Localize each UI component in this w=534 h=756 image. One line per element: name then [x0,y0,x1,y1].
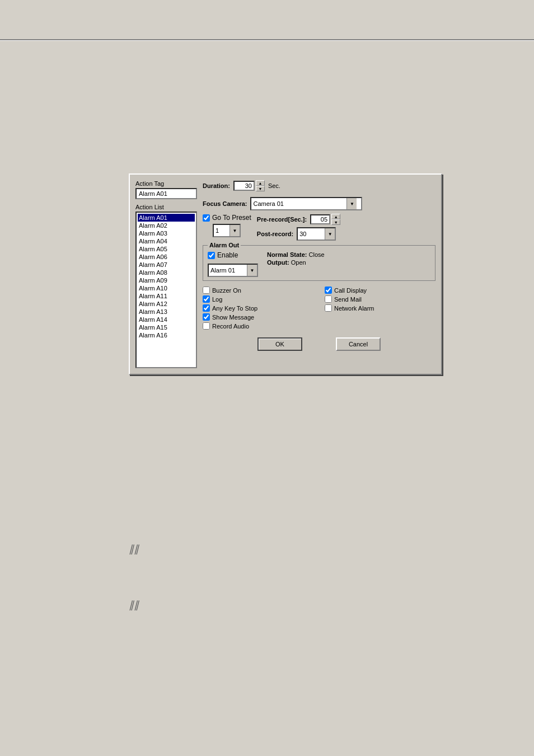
alarm-action-dialog: Action Tag Alarm A01 Action List Alarm A… [129,173,442,375]
option-checkbox[interactable] [203,322,210,330]
duration-row: Duration: ▲ ▼ Sec. [203,180,435,191]
normal-state-label: Normal State: [267,251,307,258]
duration-down-button[interactable]: ▼ [256,186,265,191]
preset-number-dropdown[interactable]: 1 ▼ [213,224,241,237]
alarm-list-item[interactable]: Alarm A05 [138,245,195,253]
go-to-preset-checkbox[interactable] [203,214,210,222]
alarm-list-item[interactable]: Alarm A08 [138,269,195,276]
option-checkbox[interactable] [203,287,210,294]
preset-row: Go To Preset 1 ▼ Pre-record[Sec.]: [203,214,435,241]
bottom-buttons: OK Cancel [203,337,435,351]
option-label: Call Display [334,287,367,294]
alarm-list-item[interactable]: Alarm A07 [138,261,195,269]
alarm-list-item[interactable]: Alarm A09 [138,276,195,284]
option-row: Any Key To Stop [203,304,313,312]
top-rule [0,39,534,41]
alarm-list-item[interactable]: Alarm A03 [138,229,195,237]
option-checkbox[interactable] [203,304,210,312]
alarm-list-item[interactable]: Alarm A04 [138,237,195,245]
alarm-out-right: Normal State: Close Output: Open [267,251,325,266]
duration-spin: ▲ ▼ [233,180,265,191]
option-label: Any Key To Stop [212,305,257,312]
normal-state-row: Normal State: Close [267,251,325,258]
option-checkbox[interactable] [203,313,210,321]
output-label: Output: [267,259,289,266]
sec-label: Sec. [268,182,280,189]
right-panel: Duration: ▲ ▼ Sec. Focus Camera: Camera … [203,180,435,368]
alarm01-select[interactable]: Alarm 01 [209,266,247,274]
focus-camera-label: Focus Camera: [203,200,247,207]
enable-row: Enable [208,251,258,259]
option-row: Network Alarm [325,304,435,312]
alarm-list-item[interactable]: Alarm A10 [138,284,195,292]
options-grid: Buzzer OnCall DisplayLogSend MailAny Key… [203,287,435,330]
alarm01-dropdown[interactable]: Alarm 01 ▼ [208,264,258,277]
duration-up-button[interactable]: ▲ [256,180,265,186]
action-tag-label: Action Tag [135,180,197,187]
option-empty [325,322,435,330]
alarm-out-left: Enable Alarm 01 ▼ [208,251,258,277]
post-record-label: Post-record: [257,231,293,237]
focus-camera-dropdown[interactable]: Camera 01 ▼ [250,197,362,210]
alarm-out-inner: Enable Alarm 01 ▼ Normal State: Close [208,251,430,277]
deco-mark-2: ∥∥ [129,599,139,611]
alarm-list-item[interactable]: Alarm A06 [138,253,195,261]
duration-spin-buttons: ▲ ▼ [256,180,265,191]
prerecord-spin-buttons: ▲ ▼ [331,214,340,225]
alarm-list-item[interactable]: Alarm A15 [138,323,195,331]
normal-state-value: Close [309,251,325,258]
alarm-list-item[interactable]: Alarm A12 [138,300,195,308]
option-checkbox[interactable] [325,295,332,303]
postrecord-select[interactable]: 30 [298,230,325,238]
option-row: Log [203,295,313,303]
focus-camera-arrow[interactable]: ▼ [346,198,357,209]
option-label: Buzzer On [212,287,241,294]
alarm-list[interactable]: Alarm A01Alarm A02Alarm A03Alarm A04Alar… [135,212,197,368]
option-label: Send Mail [334,296,362,303]
prerecord-down-button[interactable]: ▼ [331,219,340,225]
alarm-list-item[interactable]: Alarm A16 [138,331,195,339]
preset-number-select[interactable]: 1 [214,227,229,234]
option-row: Call Display [325,287,435,294]
option-label: Record Audio [212,323,249,330]
alarm-list-item[interactable]: Alarm A02 [138,222,195,229]
ok-button[interactable]: OK [257,337,302,351]
enable-label: Enable [217,251,238,259]
focus-camera-select[interactable]: Camera 01 [251,200,346,208]
action-list-label: Action List [135,204,197,210]
option-checkbox[interactable] [325,287,332,294]
focus-camera-row: Focus Camera: Camera 01 ▼ [203,197,435,210]
option-checkbox[interactable] [325,304,332,312]
option-row: Buzzer On [203,287,313,294]
alarm-out-legend: Alarm Out [208,242,241,248]
alarm-list-item[interactable]: Alarm A11 [138,292,195,300]
preset-right: Pre-record[Sec.]: ▲ ▼ Post-record: [257,214,340,241]
option-label: Log [212,296,222,303]
option-row: Record Audio [203,322,313,330]
enable-checkbox[interactable] [208,252,215,259]
go-to-preset-row: Go To Preset [203,214,251,222]
postrecord-arrow[interactable]: ▼ [325,228,335,240]
preset-number-arrow[interactable]: ▼ [229,225,240,236]
prerecord-row: Pre-record[Sec.]: ▲ ▼ [257,214,340,225]
pre-record-label: Pre-record[Sec.]: [257,216,307,223]
left-panel: Action Tag Alarm A01 Action List Alarm A… [135,180,197,368]
option-checkbox[interactable] [203,295,210,303]
option-row: Send Mail [325,295,435,303]
option-row: Show Message [203,313,313,321]
alarm-out-group: Alarm Out Enable Alarm 01 ▼ [203,245,435,281]
duration-input[interactable] [233,181,255,191]
output-value: Open [291,259,306,266]
preset-left: Go To Preset 1 ▼ [203,214,251,237]
prerecord-up-button[interactable]: ▲ [331,214,340,219]
alarm-list-item[interactable]: Alarm A13 [138,308,195,316]
postrecord-row: Post-record: 30 ▼ [257,227,340,241]
alarm-list-item[interactable]: Alarm A01 [138,214,195,222]
alarm-list-item[interactable]: Alarm A14 [138,316,195,323]
prerecord-input[interactable] [310,214,330,224]
action-tag-value: Alarm A01 [135,188,197,199]
alarm01-arrow[interactable]: ▼ [247,265,257,276]
postrecord-dropdown[interactable]: 30 ▼ [297,227,336,241]
duration-label: Duration: [203,182,230,189]
cancel-button[interactable]: Cancel [336,337,381,351]
